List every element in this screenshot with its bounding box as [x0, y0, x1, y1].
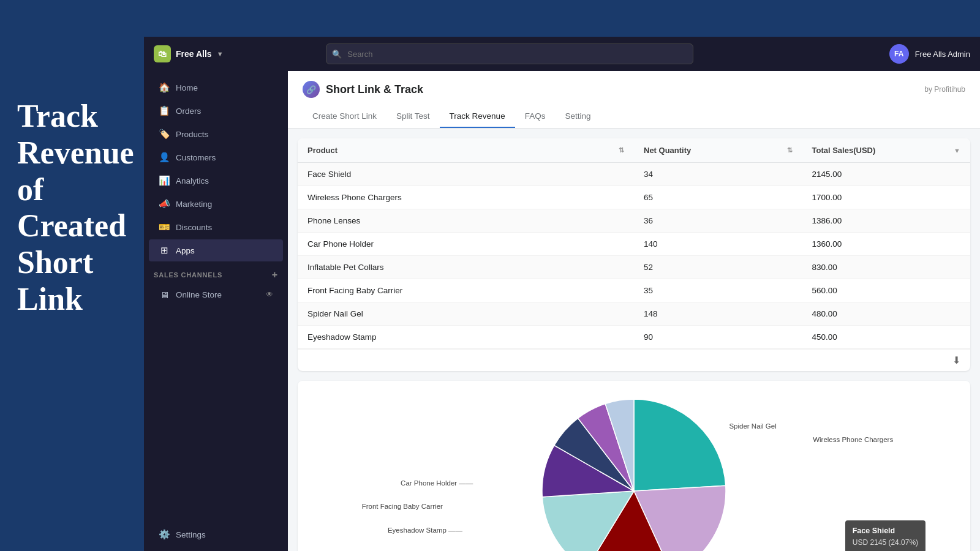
settings-icon: ⚙️	[159, 529, 170, 540]
cell-qty: 148	[634, 302, 802, 326]
cell-product: Car Phone Holder	[298, 233, 634, 256]
overlay-text: Track Revenue of Created Short Link	[17, 98, 134, 318]
sidebar-label-settings: Settings	[176, 530, 206, 539]
marketing-icon: 📣	[159, 198, 170, 209]
qty-sort-icon[interactable]: ⇅	[787, 146, 793, 154]
home-icon: 🏠	[159, 82, 170, 93]
sidebar: 🏠 Home 📋 Orders 🏷️ Products 👤 Customers …	[144, 71, 288, 551]
tab-setting[interactable]: Setting	[555, 105, 600, 128]
cell-product: Wireless Phone Chargers	[298, 186, 634, 209]
table-row: Front Facing Baby Carrier 35 560.00	[298, 279, 970, 302]
label-wireless-chargers: Wireless Phone Chargers	[813, 436, 893, 443]
pie-segment[interactable]	[634, 399, 726, 491]
cell-product: Phone Lenses	[298, 209, 634, 233]
products-icon: 🏷️	[159, 129, 170, 140]
sidebar-item-customers[interactable]: 👤 Customers	[149, 146, 283, 168]
sidebar-item-products[interactable]: 🏷️ Products	[149, 123, 283, 145]
sidebar-label-analytics: Analytics	[176, 176, 209, 186]
cell-qty: 36	[634, 209, 802, 233]
col-header-product: Product ⇅	[298, 138, 634, 163]
avatar[interactable]: FA	[889, 44, 909, 64]
sales-channels-header: SALES CHANNELS +	[144, 262, 288, 283]
cell-qty: 65	[634, 186, 802, 209]
tooltip-title: Face Shield	[853, 525, 918, 537]
sidebar-item-settings[interactable]: ⚙️ Settings	[149, 523, 283, 545]
cell-qty: 35	[634, 279, 802, 302]
cell-product: Spider Nail Gel	[298, 302, 634, 326]
online-store-eye-icon[interactable]: 👁	[266, 290, 273, 299]
table-row: Car Phone Holder 140 1360.00	[298, 233, 970, 256]
store-name: Free Alls	[176, 49, 212, 59]
tab-create-short-link[interactable]: Create Short Link	[303, 105, 386, 128]
tab-split-test[interactable]: Split Test	[386, 105, 440, 128]
cell-product: Eyeshadow Stamp	[298, 326, 634, 349]
label-eyeshadow: Eyeshadow Stamp ——	[388, 527, 462, 534]
customers-icon: 👤	[159, 152, 170, 163]
cell-product: Inflatable Pet Collars	[298, 256, 634, 279]
sidebar-item-apps[interactable]: ⊞ Apps	[149, 239, 283, 261]
search-input[interactable]	[326, 43, 693, 64]
col-header-sales: Total Sales(USD) ▼	[802, 138, 971, 163]
online-store-icon: 🖥	[159, 289, 170, 300]
sidebar-label-orders: Orders	[176, 107, 201, 116]
col-header-qty: Net Quantity ⇅	[634, 138, 802, 163]
app-header: 🔗 Short Link & Track by Profitihub Creat…	[288, 71, 980, 129]
cell-product: Front Facing Baby Carrier	[298, 279, 634, 302]
topbar-right: FA Free Alls Admin	[889, 44, 970, 64]
search-icon: 🔍	[332, 50, 342, 59]
shopify-icon: 🛍	[154, 45, 171, 62]
by-profithub: by Profitihub	[924, 85, 965, 94]
app-title: 🔗 Short Link & Track	[303, 81, 423, 98]
analytics-icon: 📊	[159, 175, 170, 186]
sidebar-item-discounts[interactable]: 🎫 Discounts	[149, 216, 283, 238]
tab-faqs[interactable]: FAQs	[515, 105, 556, 128]
apps-icon: ⊞	[159, 245, 170, 256]
table-row: Eyeshadow Stamp 90 450.00	[298, 326, 970, 349]
label-front-facing: Front Facing Baby Carrier	[362, 503, 443, 510]
sidebar-item-analytics[interactable]: 📊 Analytics	[149, 170, 283, 192]
tooltip-value: USD 2145 (24.07%)	[853, 537, 918, 548]
sidebar-label-discounts: Discounts	[176, 223, 212, 232]
store-dropdown-icon[interactable]: ▼	[217, 50, 224, 58]
pie-tooltip: Face Shield USD 2145 (24.07%)	[845, 520, 925, 551]
app-logo-icon: 🔗	[303, 81, 320, 98]
sidebar-label-home: Home	[176, 83, 198, 92]
cell-sales: 480.00	[802, 302, 971, 326]
label-car-phone-holder: Car Phone Holder ——	[401, 479, 473, 487]
add-sales-channel-button[interactable]: +	[272, 269, 278, 280]
tab-track-revenue[interactable]: Track Revenue	[440, 105, 515, 128]
sidebar-label-online-store: Online Store	[176, 290, 222, 299]
store-logo[interactable]: 🛍 Free Alls ▼	[154, 45, 224, 62]
sidebar-item-online-store[interactable]: 🖥 Online Store 👁	[149, 283, 283, 305]
sidebar-label-products: Products	[176, 130, 208, 139]
admin-name: Free Alls Admin	[915, 50, 970, 59]
topbar: 🛍 Free Alls ▼ 🔍 FA Free Alls Admin	[144, 37, 980, 71]
cell-qty: 34	[634, 163, 802, 186]
cell-sales: 1360.00	[802, 233, 971, 256]
sidebar-label-marketing: Marketing	[176, 200, 212, 209]
pie-chart-svg	[542, 399, 726, 551]
search-bar[interactable]: 🔍	[326, 43, 693, 64]
sidebar-item-marketing[interactable]: 📣 Marketing	[149, 193, 283, 215]
cell-sales: 1386.00	[802, 209, 971, 233]
table-row: Spider Nail Gel 148 480.00	[298, 302, 970, 326]
chart-area: Spider Nail Gel Wireless Phone Chargers …	[298, 381, 970, 551]
cell-sales: 830.00	[802, 256, 971, 279]
sidebar-item-orders[interactable]: 📋 Orders	[149, 100, 283, 122]
sidebar-label-customers: Customers	[176, 153, 216, 162]
cell-sales: 2145.00	[802, 163, 971, 186]
cell-sales: 450.00	[802, 326, 971, 349]
cell-qty: 90	[634, 326, 802, 349]
table-row: Inflatable Pet Collars 52 830.00	[298, 256, 970, 279]
orders-icon: 📋	[159, 105, 170, 116]
cell-sales: 560.00	[802, 279, 971, 302]
download-button[interactable]: ⬇	[952, 354, 960, 366]
cell-product: Face Shield	[298, 163, 634, 186]
sidebar-label-apps: Apps	[176, 246, 195, 255]
discounts-icon: 🎫	[159, 222, 170, 233]
sidebar-item-home[interactable]: 🏠 Home	[149, 77, 283, 99]
sales-sort-icon[interactable]: ▼	[954, 147, 960, 154]
product-sort-icon[interactable]: ⇅	[619, 146, 624, 154]
cell-qty: 140	[634, 233, 802, 256]
content-area: 🔗 Short Link & Track by Profitihub Creat…	[288, 71, 980, 551]
